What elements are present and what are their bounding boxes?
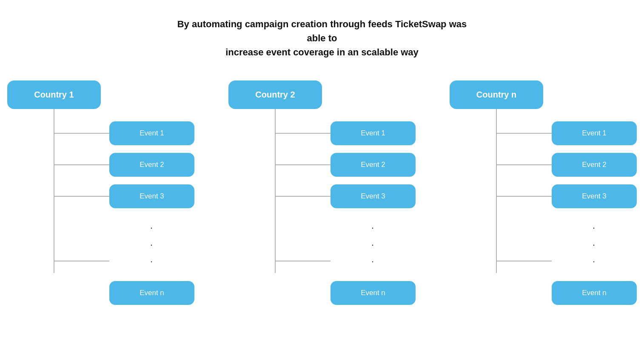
event-node-country2-2: Event 3 [331, 184, 416, 208]
events-column-country1: Event 1Event 2Event 3···Event n [109, 121, 194, 305]
country-node-country2: Country 2 [228, 80, 322, 109]
diagram: Country 1Event 1Event 2Event 3···Event n… [7, 80, 637, 301]
dots-country1: ··· [109, 216, 194, 273]
country-group-countryn: Country nEvent 1Event 2Event 3···Event n [450, 80, 637, 301]
title-container: By automating campaign creation through … [173, 17, 471, 59]
country-node-country1: Country 1 [7, 80, 101, 109]
events-column-countryn: Event 1Event 2Event 3···Event n [552, 121, 637, 305]
country-group-country1: Country 1Event 1Event 2Event 3···Event n [7, 80, 194, 301]
event-node-countryn-0: Event 1 [552, 121, 637, 145]
event-node-country1-3: Event n [109, 281, 194, 305]
event-node-country1-0: Event 1 [109, 121, 194, 145]
title-text: By automating campaign creation through … [177, 19, 467, 57]
dots-countryn: ··· [552, 216, 637, 273]
events-column-country2: Event 1Event 2Event 3···Event n [331, 121, 416, 305]
event-node-country2-0: Event 1 [331, 121, 416, 145]
event-node-country2-3: Event n [331, 281, 416, 305]
event-node-country1-1: Event 2 [109, 153, 194, 177]
event-node-countryn-2: Event 3 [552, 184, 637, 208]
event-node-countryn-3: Event n [552, 281, 637, 305]
event-node-country2-1: Event 2 [331, 153, 416, 177]
country-node-countryn: Country n [450, 80, 543, 109]
country-group-country2: Country 2Event 1Event 2Event 3···Event n [228, 80, 416, 301]
event-node-country1-2: Event 3 [109, 184, 194, 208]
dots-country2: ··· [331, 216, 416, 273]
event-node-countryn-1: Event 2 [552, 153, 637, 177]
